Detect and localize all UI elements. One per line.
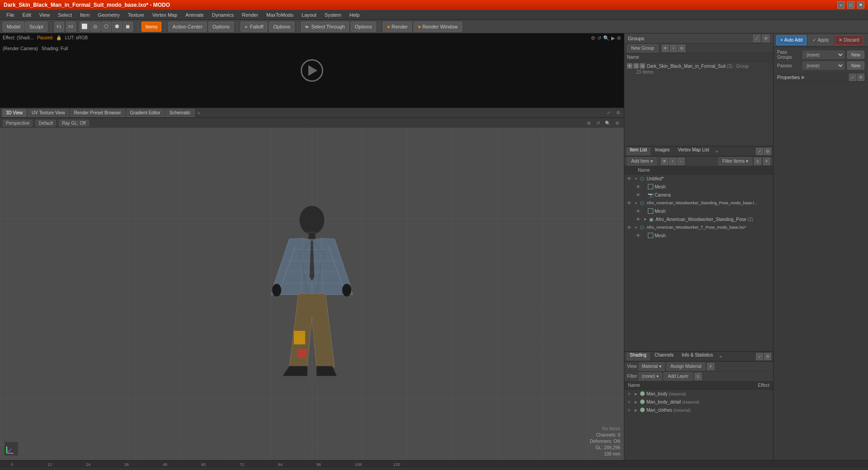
tab-schematic[interactable]: Schematic xyxy=(165,109,195,117)
shading-item-man-clothes[interactable]: Man_clothes (Material) xyxy=(624,406,773,414)
groups-icon-2[interactable]: + xyxy=(670,45,677,52)
f1-button[interactable]: F1 xyxy=(54,22,64,32)
main-viewport[interactable]: Perspective Default Ray GL: Off ⚙ ↺ 🔍 ⚙ xyxy=(0,118,624,460)
tree-item-mesh-3[interactable]: 👁 Mesh xyxy=(624,231,773,240)
arrow-man-body[interactable] xyxy=(635,392,640,396)
shading-item-man-body[interactable]: Man_body (Material) xyxy=(624,390,773,398)
passes-new-button[interactable]: New xyxy=(847,61,864,70)
groups-icon-1[interactable]: 👁 xyxy=(662,45,669,52)
tab-render-preset[interactable]: Render Preset Browser xyxy=(70,109,125,117)
groups-settings-icon[interactable]: ⚙ xyxy=(762,35,769,42)
assign-material-button[interactable]: Assign Material xyxy=(666,362,705,371)
menu-view[interactable]: View xyxy=(36,11,54,19)
tree-item-untitled[interactable]: 👁 ⬡ Untitled* xyxy=(624,174,773,183)
groups-expand-icon[interactable]: ⤢ xyxy=(753,35,760,42)
shading-s-btn[interactable]: S xyxy=(694,373,702,380)
tree-item-afro-pose[interactable]: 👁 ▣ Afro_American_Woodworker_Standing_Po… xyxy=(624,215,773,223)
shading-item-man-body-detail[interactable]: Man_body_detail (Material) xyxy=(624,398,773,406)
shading-f-btn[interactable]: F xyxy=(707,363,714,370)
viewport-expand-icon[interactable]: ⤢ xyxy=(604,109,613,117)
ray-gl-label[interactable]: Ray GL: Off xyxy=(59,120,89,127)
menu-select[interactable]: Select xyxy=(54,11,75,19)
pass-groups-dropdown[interactable]: (none) xyxy=(802,51,844,59)
tool-icon-2[interactable]: ◎ xyxy=(90,22,100,32)
select-through-button[interactable]: ⇆ Select Through xyxy=(301,22,349,32)
play-preview-button[interactable] xyxy=(301,59,323,82)
menu-geometry[interactable]: Geometry xyxy=(94,11,123,19)
vp-settings2-icon[interactable]: ⚙ xyxy=(613,119,621,127)
arrow-man-body-detail[interactable] xyxy=(635,400,640,404)
menu-texture[interactable]: Texture xyxy=(124,11,148,19)
tool-icon-1[interactable]: ⬜ xyxy=(80,22,90,32)
viewport-settings-icon[interactable]: ⚙ xyxy=(614,109,622,117)
menu-animate[interactable]: Animate xyxy=(182,11,207,19)
shading-tab-add[interactable]: + xyxy=(717,354,724,359)
item-list-tab-add[interactable]: + xyxy=(714,149,720,154)
menu-render[interactable]: Render xyxy=(238,11,262,19)
tab-channels[interactable]: Channels xyxy=(651,352,677,361)
timeline[interactable]: 0 12 24 36 48 60 72 84 96 108 120 xyxy=(0,460,868,470)
default-label[interactable]: Default xyxy=(35,120,56,127)
tree-item-afro-standing[interactable]: 👁 ⬡ Afro_American_Woodworker_Standing_Po… xyxy=(624,199,773,207)
tab-uv-texture[interactable]: UV Texture View xyxy=(28,109,69,117)
il-icon-2[interactable]: + xyxy=(669,158,676,165)
menu-item[interactable]: Item xyxy=(76,11,93,19)
tree-item-tpose[interactable]: 👁 ⬡ Afro_American_Woodworker_T_Pose_modo… xyxy=(624,223,773,231)
add-layer-button[interactable]: Add Layer xyxy=(664,372,693,381)
perspective-label[interactable]: Perspective xyxy=(3,120,33,127)
menu-layout[interactable]: Layout xyxy=(298,11,320,19)
add-item-button[interactable]: Add Item ▾ xyxy=(627,157,657,165)
tool-icon-5[interactable]: ◼ xyxy=(123,22,133,32)
arrow-man-clothes[interactable] xyxy=(635,408,640,412)
sculpt-button[interactable]: Sculpt xyxy=(25,22,47,32)
menu-file[interactable]: File xyxy=(3,11,18,19)
menu-help[interactable]: Help xyxy=(346,11,363,19)
render-window-button[interactable]: ● Render Window xyxy=(414,22,462,32)
tab-info-stats[interactable]: Info & Statistics xyxy=(678,352,717,361)
il-f-icon[interactable]: F xyxy=(763,158,770,165)
close-button[interactable]: ✕ xyxy=(857,1,864,9)
falloff-button[interactable]: ● Falloff xyxy=(241,22,267,32)
new-group-button[interactable]: New Group xyxy=(627,44,658,52)
items-button[interactable]: Items xyxy=(142,22,162,32)
arrow-afro-standing[interactable] xyxy=(633,200,639,206)
pass-new-button[interactable]: New xyxy=(847,51,864,59)
tree-item-camera[interactable]: 👁 📷 Camera xyxy=(624,191,773,199)
tree-item-mesh-1[interactable]: 👁 Mesh xyxy=(624,183,773,191)
arrow-afro-pose[interactable] xyxy=(642,216,648,222)
options-button[interactable]: Options xyxy=(208,22,234,32)
il-icon-3[interactable]: − xyxy=(677,158,684,165)
tab-item-list[interactable]: Item List xyxy=(626,147,651,155)
props-settings-icon[interactable]: ⚙ xyxy=(857,74,864,81)
groups-icon-3[interactable]: ⚙ xyxy=(678,45,685,52)
item-list-expand-icon[interactable]: ⤢ xyxy=(756,148,763,155)
vp-gizmo-icon[interactable]: ⚙ xyxy=(585,119,593,127)
menu-maxtomodo[interactable]: MaxToModo xyxy=(263,11,297,19)
tab-images[interactable]: Images xyxy=(651,147,674,155)
apply-button[interactable]: ✓ Apply xyxy=(808,35,833,45)
tab-3d-view[interactable]: 3D View xyxy=(2,109,27,117)
material-dropdown[interactable]: Material ▾ xyxy=(639,362,665,371)
select-options-button[interactable]: Options xyxy=(351,22,376,32)
tool-icon-3[interactable]: ⬡ xyxy=(101,22,111,32)
minimize-button[interactable]: – xyxy=(837,1,844,9)
f2-button[interactable]: F2 xyxy=(66,22,76,32)
tree-item-mesh-2[interactable]: 👁 Mesh xyxy=(624,207,773,215)
shading-expand-icon[interactable]: ⤢ xyxy=(756,353,763,360)
il-s-icon[interactable]: S xyxy=(754,158,761,165)
arrow-tpose[interactable] xyxy=(633,225,639,230)
menu-system[interactable]: System xyxy=(321,11,345,19)
item-list-settings-icon[interactable]: ⚙ xyxy=(764,148,771,155)
menu-vertex-map[interactable]: Vertex Map xyxy=(149,11,181,19)
menu-edit[interactable]: Edit xyxy=(19,11,35,19)
shading-settings-icon[interactable]: ⚙ xyxy=(764,353,771,360)
discard-button[interactable]: ✕ Discard xyxy=(835,35,863,45)
passes-dropdown[interactable]: (none) xyxy=(802,61,844,70)
action-center-button[interactable]: Action Center xyxy=(168,22,207,32)
vp-zoom-icon[interactable]: 🔍 xyxy=(604,119,612,127)
tool-icon-4[interactable]: ⬢ xyxy=(112,22,122,32)
tab-gradient[interactable]: Gradient Editor xyxy=(126,109,165,117)
tab-vertex-map[interactable]: Vertex Map List xyxy=(675,147,713,155)
render-button[interactable]: ● Render xyxy=(383,22,412,32)
group-list-item[interactable]: 👁 ☑ ⚙ Dark_Skin_Black_Man_in_Formal_Suit… xyxy=(625,62,772,70)
